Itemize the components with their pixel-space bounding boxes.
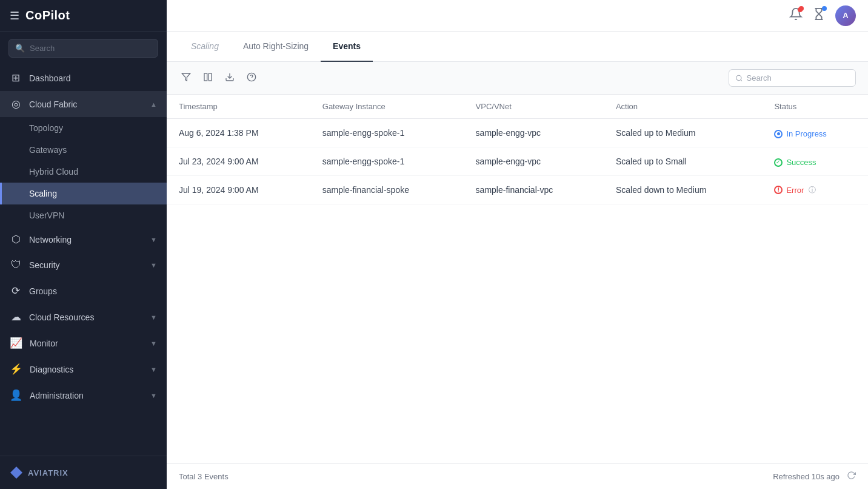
sidebar-item-label: Groups	[29, 286, 157, 296]
sidebar-item-monitor[interactable]: 📈 Monitor ▼	[0, 330, 167, 356]
sidebar-item-administration[interactable]: 👤 Administration ▼	[0, 382, 167, 408]
status-in-progress-icon	[774, 130, 783, 138]
sidebar-item-gateways[interactable]: Gateways	[0, 139, 167, 161]
content-area: Scaling Auto Right-Sizing Events	[167, 32, 868, 489]
sidebar-footer: AVIATRIX	[0, 456, 167, 489]
error-info-icon[interactable]: ⓘ	[809, 185, 816, 195]
tabs-bar: Scaling Auto Right-Sizing Events	[167, 32, 868, 62]
cloud-fabric-icon: ◎	[10, 98, 22, 110]
sidebar-item-networking[interactable]: ⬡ Networking ▼	[0, 226, 167, 252]
tab-auto-right-sizing[interactable]: Auto Right-Sizing	[231, 32, 321, 62]
sidebar-item-label: Cloud Fabric	[29, 99, 143, 109]
refresh-timestamp: Refreshed 10s ago	[773, 472, 840, 481]
chevron-down-icon: ▼	[150, 366, 157, 373]
table-header-row: Timestamp Gateway Instance VPC/VNet Acti…	[167, 95, 868, 119]
uservpn-label: UserVPN	[29, 211, 64, 220]
hourglass-icon[interactable]	[812, 7, 826, 24]
search-icon: 🔍	[15, 44, 25, 53]
events-table: Timestamp Gateway Instance VPC/VNet Acti…	[167, 95, 868, 463]
col-action: Action	[604, 95, 762, 119]
help-icon[interactable]	[244, 70, 259, 87]
notifications-icon[interactable]	[789, 7, 803, 24]
sidebar-item-scaling[interactable]: Scaling	[0, 183, 167, 204]
sidebar-item-diagnostics[interactable]: ⚡ Diagnostics ▼	[0, 356, 167, 382]
status-success-icon	[774, 158, 783, 167]
sidebar-item-label: Administration	[30, 391, 143, 400]
cell-timestamp: Jul 23, 2024 9:00 AM	[167, 147, 310, 176]
table-search-input[interactable]	[747, 73, 849, 83]
aviatrix-logo-icon	[10, 466, 23, 479]
columns-icon[interactable]	[201, 70, 215, 87]
sidebar-item-label: Dashboard	[29, 73, 157, 83]
administration-icon: 👤	[10, 389, 22, 402]
search-input[interactable]	[30, 44, 152, 53]
cell-gateway-instance: sample-engg-spoke-1	[310, 147, 464, 176]
chevron-down-icon: ▼	[150, 340, 157, 347]
svg-rect-3	[209, 73, 212, 81]
chevron-down-icon: ▼	[150, 261, 157, 269]
sidebar-item-cloud-fabric[interactable]: ◎ Cloud Fabric ▲	[0, 91, 167, 117]
app-title: CoPilot	[25, 8, 70, 22]
sidebar: ☰ CoPilot 🔍 ⊞ Dashboard ◎ Cloud Fabric ▲…	[0, 0, 167, 489]
user-avatar[interactable]: A	[835, 5, 856, 26]
table-footer: Total 3 Events Refreshed 10s ago	[167, 463, 868, 489]
chevron-down-icon: ▼	[150, 236, 157, 243]
cell-action: Scaled down to Medium	[604, 176, 762, 204]
sidebar-search-container[interactable]: 🔍	[8, 39, 158, 58]
topology-label: Topology	[29, 123, 63, 133]
tab-scaling[interactable]: Scaling	[179, 32, 231, 62]
cell-action: Scaled up to Small	[604, 147, 762, 176]
table-row: Jul 19, 2024 9:00 AM sample-financial-sp…	[167, 176, 868, 204]
notification-badge	[799, 6, 804, 11]
sidebar-item-cloud-resources[interactable]: ☁ Cloud Resources ▼	[0, 304, 167, 330]
col-status: Status	[762, 95, 868, 119]
table-search[interactable]	[729, 69, 856, 87]
sidebar-item-security[interactable]: 🛡 Security ▼	[0, 252, 167, 278]
sidebar-item-label: Diagnostics	[30, 365, 143, 374]
sidebar-item-label: Networking	[29, 235, 143, 244]
tab-events[interactable]: Events	[321, 32, 373, 62]
menu-icon[interactable]: ☰	[10, 9, 19, 22]
cell-status: Success	[762, 147, 868, 176]
sidebar-item-label: Monitor	[30, 339, 143, 348]
cell-gateway-instance: sample-engg-spoke-1	[310, 119, 464, 147]
cell-status: ! Error ⓘ	[762, 176, 868, 204]
topbar: A	[167, 0, 868, 32]
chevron-down-icon: ▼	[150, 314, 157, 321]
main-content: A Scaling Auto Right-Sizing Events	[167, 0, 868, 489]
status-label: In Progress	[786, 129, 826, 138]
svg-line-8	[741, 79, 742, 81]
status-label: Error	[786, 186, 804, 195]
sidebar-item-dashboard[interactable]: ⊞ Dashboard	[0, 65, 167, 91]
svg-marker-0	[10, 467, 22, 479]
filter-icon[interactable]	[179, 70, 193, 87]
table-row: Jul 23, 2024 9:00 AM sample-engg-spoke-1…	[167, 147, 868, 176]
download-icon[interactable]	[222, 70, 237, 87]
diagnostics-icon: ⚡	[10, 363, 22, 376]
cell-timestamp: Aug 6, 2024 1:38 PM	[167, 119, 310, 147]
cell-timestamp: Jul 19, 2024 9:00 AM	[167, 176, 310, 204]
aviatrix-logo-text: AVIATRIX	[28, 468, 68, 477]
gateways-label: Gateways	[29, 145, 67, 155]
sidebar-item-topology[interactable]: Topology	[0, 117, 167, 139]
sidebar-item-hybrid-cloud[interactable]: Hybrid Cloud	[0, 161, 167, 183]
refresh-icon[interactable]	[847, 471, 856, 482]
groups-icon: ⟳	[10, 285, 22, 297]
sidebar-item-groups[interactable]: ⟳ Groups	[0, 278, 167, 304]
activity-badge	[822, 6, 827, 11]
svg-rect-2	[204, 73, 207, 81]
cloud-resources-icon: ☁	[10, 311, 22, 323]
chevron-down-icon: ▼	[150, 392, 157, 399]
status-label: Success	[786, 158, 816, 167]
scaling-label: Scaling	[29, 189, 57, 198]
cell-vpc-vnet: sample-engg-vpc	[464, 119, 604, 147]
table-row: Aug 6, 2024 1:38 PM sample-engg-spoke-1 …	[167, 119, 868, 147]
cell-action: Scaled up to Medium	[604, 119, 762, 147]
table-toolbar	[167, 62, 868, 95]
security-icon: 🛡	[10, 259, 22, 271]
svg-point-7	[736, 75, 741, 80]
sidebar-item-label: Security	[29, 260, 143, 270]
cell-vpc-vnet: sample-financial-vpc	[464, 176, 604, 204]
col-vpc-vnet: VPC/VNet	[464, 95, 604, 119]
sidebar-item-uservpn[interactable]: UserVPN	[0, 204, 167, 226]
